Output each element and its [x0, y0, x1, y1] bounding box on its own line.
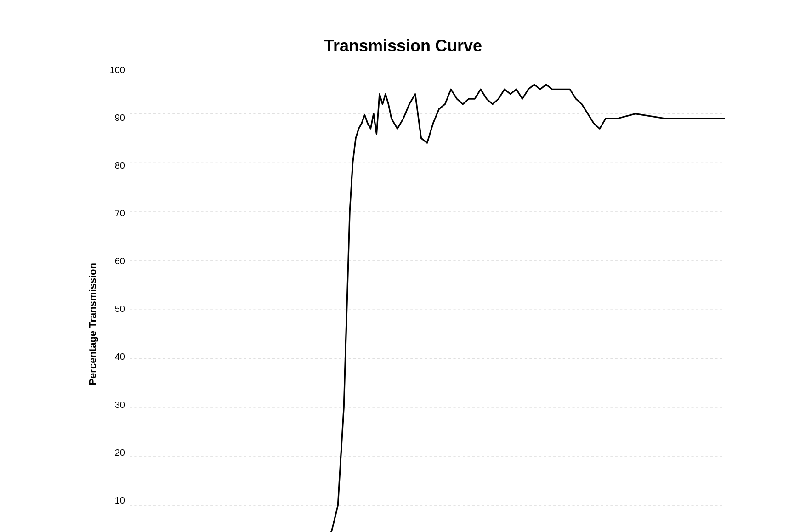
- y-tick-30: 30: [115, 400, 125, 410]
- transmission-curve: [130, 85, 725, 532]
- chart-area: Percentage Transmission 100 90 80 70 60 …: [81, 65, 725, 532]
- y-tick-100: 100: [110, 65, 125, 75]
- y-tick-50: 50: [115, 304, 125, 314]
- y-axis-label: Percentage Transmission: [87, 263, 99, 385]
- plot-wrapper: 100 90 80 70 60 50 40 30 20 10 0: [104, 65, 725, 532]
- chart-svg: [130, 65, 725, 532]
- y-tick-40: 40: [115, 351, 125, 362]
- y-tick-20: 20: [115, 447, 125, 458]
- y-tick-60: 60: [115, 256, 125, 266]
- y-tick-90: 90: [115, 113, 125, 123]
- y-tick-10: 10: [115, 495, 125, 506]
- plot-and-axes: 100 90 80 70 60 50 40 30 20 10 0: [104, 65, 725, 532]
- chart-title: Transmission Curve: [324, 36, 482, 56]
- y-axis-label-container: Percentage Transmission: [81, 65, 104, 532]
- y-tick-80: 80: [115, 160, 125, 171]
- y-axis: 100 90 80 70 60 50 40 30 20 10 0: [104, 65, 130, 532]
- y-tick-70: 70: [115, 208, 125, 219]
- plot-svg-container: [130, 65, 725, 532]
- chart-container: Transmission Curve Percentage Transmissi…: [81, 36, 725, 496]
